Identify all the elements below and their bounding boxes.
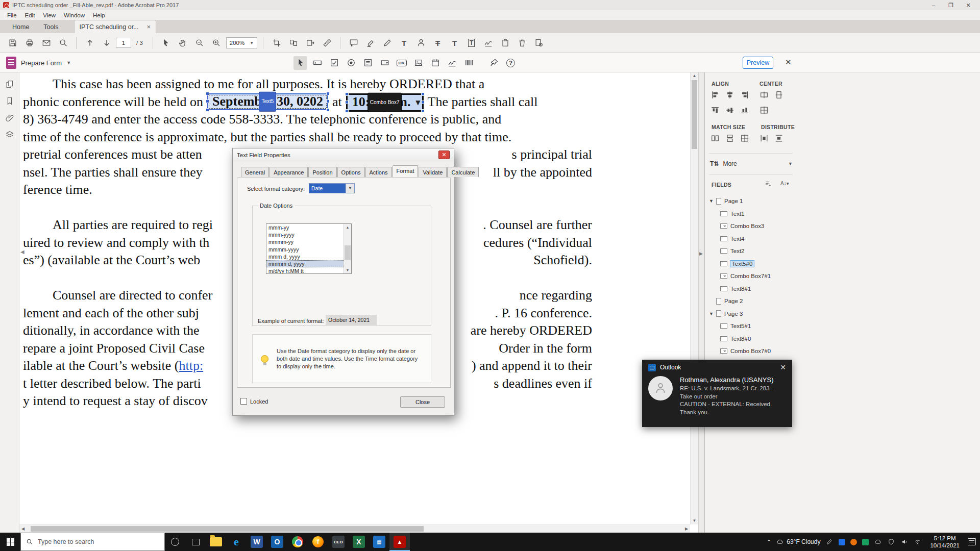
taskbar-ceo-app[interactable]: CEO — [328, 533, 349, 551]
fields-sort-button[interactable] — [762, 178, 774, 190]
tray-app-green-icon[interactable] — [862, 539, 869, 545]
delete-tool-button[interactable] — [514, 36, 529, 51]
scroll-up-icon[interactable]: ▲ — [344, 224, 351, 231]
date-form-field[interactable]: September 30, 0202 Text5 — [207, 93, 328, 110]
horizontal-scrollbar-thumb[interactable] — [31, 526, 424, 532]
scroll-left-icon[interactable]: ◀ — [19, 525, 27, 533]
tray-app-orange-icon[interactable] — [850, 539, 857, 545]
tree-item-field[interactable]: Text2 — [705, 245, 797, 257]
taskbar-weather[interactable]: 63°F Cloudy — [776, 538, 820, 545]
center-horizontally-button[interactable] — [758, 89, 770, 101]
dialog-tab-calculate[interactable]: Calculate — [447, 167, 479, 177]
tree-item-field[interactable]: Combo Box7#0 — [705, 345, 797, 357]
document-tab-close-icon[interactable]: × — [147, 23, 151, 31]
more-tools-button[interactable]: T⇅ More ▼ — [710, 157, 793, 170]
dialog-tab-options[interactable]: Options — [337, 167, 365, 177]
add-signature-field-button[interactable] — [445, 56, 459, 70]
taskbar-search-input[interactable]: Type here to search — [20, 533, 165, 551]
menu-window[interactable]: Window — [60, 12, 89, 18]
listbox-scrollbar-thumb[interactable] — [345, 245, 351, 260]
scroll-down-icon[interactable]: ▼ — [691, 517, 698, 524]
dialog-close-action-button[interactable]: Close — [400, 396, 445, 408]
menu-view[interactable]: View — [39, 12, 60, 18]
tab-document[interactable]: IPTC scheduling or... × — [74, 20, 157, 33]
page-thumbnails-panel-button[interactable] — [5, 80, 14, 89]
page-number-input[interactable]: 1 — [116, 38, 131, 48]
taskbar-edge[interactable]: e — [226, 533, 247, 551]
highlight-tool-button[interactable] — [363, 36, 378, 51]
taskbar-outlook[interactable]: O — [267, 533, 287, 551]
align-left-button[interactable] — [709, 89, 721, 101]
tree-item-field[interactable]: Text4 — [705, 233, 797, 245]
tree-item-field[interactable]: Combo Box3 — [705, 220, 797, 232]
preview-button[interactable]: Preview — [743, 57, 773, 69]
date-format-option[interactable]: mmmm-yyyy — [266, 246, 344, 253]
taskbar-word[interactable]: W — [247, 533, 267, 551]
edit-text-button[interactable]: T — [447, 36, 462, 51]
close-window-button[interactable]: ✕ — [960, 2, 977, 9]
zoom-out-button[interactable] — [192, 36, 207, 51]
search-button[interactable] — [56, 36, 70, 51]
tree-item-field[interactable]: Text8#0 — [705, 333, 797, 345]
taskbar-app-blue[interactable]: ▦ — [369, 533, 389, 551]
vertical-scrollbar[interactable]: ▲ ▼ — [690, 72, 698, 524]
center-both-button[interactable] — [758, 104, 770, 116]
strikethrough-tool-button[interactable]: T — [430, 36, 445, 51]
add-dropdown-button[interactable] — [378, 56, 391, 70]
scroll-down-icon[interactable]: ▼ — [344, 267, 351, 273]
page-properties-button[interactable] — [531, 36, 546, 51]
court-website-link[interactable]: http: — [179, 358, 203, 373]
add-text-button[interactable]: T — [397, 36, 411, 51]
dialog-tab-validate[interactable]: Validate — [419, 167, 447, 177]
tree-item-page-3[interactable]: ▼Page 3 — [705, 308, 797, 320]
keep-tool-selected-pin-button[interactable] — [487, 56, 501, 70]
signature-tool-button[interactable] — [481, 36, 496, 51]
fields-tab-order-button[interactable]: A↕▾ — [780, 181, 789, 186]
right-pane-collapse-strip[interactable]: ▶ — [698, 72, 704, 533]
format-category-select[interactable]: Date ▼ — [309, 183, 355, 193]
dialog-tab-general[interactable]: General — [241, 167, 269, 177]
scroll-up-icon[interactable]: ▲ — [691, 72, 698, 80]
help-button[interactable]: ? — [504, 56, 518, 70]
outlook-notification-toast[interactable]: Outlook ✕ Rothman, Alexandra (USANYS) RE… — [642, 360, 792, 427]
date-format-option[interactable]: mmm d, yyyy — [266, 253, 344, 260]
tray-onedrive-icon[interactable] — [874, 538, 882, 546]
measure-tool-button[interactable] — [320, 36, 334, 51]
hand-tool-button[interactable] — [176, 36, 190, 51]
vertical-scrollbar-thumb[interactable] — [692, 80, 697, 149]
dialog-tab-position[interactable]: Position — [308, 167, 336, 177]
dialog-tab-format[interactable]: Format — [393, 165, 419, 177]
zoom-in-button[interactable] — [209, 36, 224, 51]
add-barcode-field-button[interactable] — [462, 56, 476, 70]
menu-help[interactable]: Help — [89, 12, 109, 18]
taskbar-chrome[interactable] — [287, 533, 308, 551]
fill-sign-button[interactable] — [413, 36, 428, 51]
center-vertically-button[interactable] — [773, 89, 785, 101]
locked-checkbox[interactable] — [240, 398, 247, 405]
add-ok-button-field[interactable]: OK — [395, 56, 408, 70]
taskbar-firefox[interactable]: f — [308, 533, 328, 551]
prepare-form-title[interactable]: Prepare Form — [21, 59, 62, 67]
tree-item-field[interactable]: Text8#1 — [705, 283, 797, 295]
match-both-button[interactable] — [739, 132, 751, 144]
chevron-down-icon[interactable]: ▼ — [709, 198, 715, 204]
tab-home[interactable]: Home — [5, 21, 36, 33]
bookmarks-panel-button[interactable] — [5, 96, 14, 106]
next-page-button[interactable] — [99, 36, 114, 51]
collapse-right-pane-icon[interactable]: ▶ — [699, 251, 703, 256]
add-image-field-button[interactable] — [411, 56, 425, 70]
export-pdf-button[interactable] — [303, 36, 317, 51]
date-format-option-selected[interactable]: mmmm d, yyyy — [266, 260, 344, 267]
date-format-option[interactable]: m/d/yy h:MM tt — [266, 267, 344, 274]
tree-item-page-2[interactable]: Page 2 — [705, 295, 797, 307]
dialog-close-button[interactable]: ✕ — [438, 151, 450, 159]
tray-security-shield-icon[interactable] — [887, 538, 895, 546]
listbox-scrollbar[interactable]: ▲ ▼ — [344, 224, 351, 273]
collapse-left-pane-icon[interactable]: ◀ — [20, 249, 24, 255]
print-button[interactable] — [22, 36, 37, 51]
dialog-tab-appearance[interactable]: Appearance — [270, 167, 308, 177]
action-center-icon[interactable] — [968, 538, 976, 545]
draw-tool-button[interactable] — [380, 36, 395, 51]
taskbar-excel[interactable]: X — [349, 533, 369, 551]
close-prepare-form-icon[interactable]: ✕ — [785, 58, 792, 67]
